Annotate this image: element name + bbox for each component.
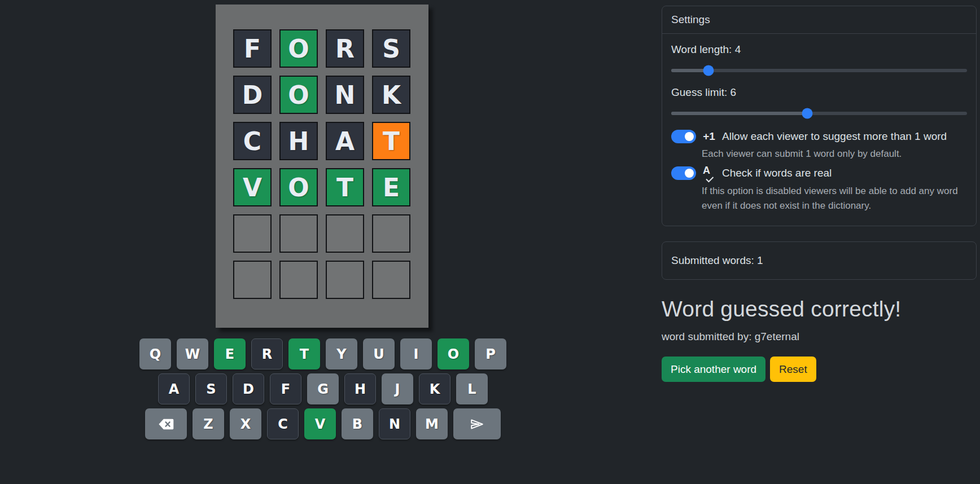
guess-limit-slider-thumb[interactable]: [802, 108, 813, 118]
tile: [233, 261, 272, 299]
tile-letter: K: [382, 81, 401, 109]
key-v[interactable]: V: [304, 408, 336, 439]
tile: O: [279, 29, 318, 68]
spellcheck-icon: A: [702, 166, 716, 181]
real-words-toggle-subtext: If this option is disabled viewers will …: [702, 184, 967, 213]
key-z[interactable]: Z: [193, 408, 224, 439]
tile: [372, 261, 410, 299]
key-c[interactable]: C: [267, 408, 299, 439]
side-panel: Settings Word length: 4 Guess limit: 6 +…: [662, 6, 977, 382]
real-words-toggle[interactable]: [671, 166, 696, 180]
keyboard-row-1: Q W E R T Y U I O P: [139, 338, 506, 369]
key-backspace[interactable]: [145, 408, 187, 439]
key-r[interactable]: R: [251, 338, 283, 369]
board-grid: F O R S D O N K C H A T V O T E: [233, 29, 411, 299]
key-y[interactable]: Y: [326, 338, 357, 369]
multi-word-toggle-subtext: Each viewer can submit 1 word only by de…: [702, 147, 967, 161]
tile: [233, 214, 272, 253]
tile: T: [372, 122, 410, 160]
slider-fill: [671, 112, 807, 115]
keyboard-row-3: Z X C V B N M: [145, 408, 501, 439]
tile-letter: E: [383, 173, 400, 202]
tile-letter: T: [336, 173, 353, 202]
tile-letter: D: [242, 81, 263, 109]
tile-letter: O: [288, 34, 309, 63]
key-h[interactable]: H: [344, 373, 376, 404]
key-a[interactable]: A: [158, 373, 190, 404]
tile: F: [233, 29, 272, 68]
tile-letter: F: [244, 34, 261, 63]
multi-word-toggle[interactable]: [671, 130, 696, 143]
slider-track: [671, 112, 967, 115]
tile: R: [326, 29, 364, 68]
multi-word-toggle-row: +1 Allow each viewer to suggest more tha…: [671, 130, 967, 143]
send-icon: [469, 417, 485, 432]
tile-letter: N: [335, 81, 356, 109]
key-q[interactable]: Q: [139, 338, 171, 369]
word-length-label: Word length: 4: [671, 43, 967, 56]
tile-letter: R: [335, 34, 355, 63]
key-o[interactable]: O: [438, 338, 469, 369]
key-u[interactable]: U: [363, 338, 395, 369]
settings-title: Settings: [662, 6, 976, 34]
tile-letter: A: [335, 127, 355, 156]
toggle-knob: [685, 132, 694, 141]
tile-letter: H: [288, 127, 309, 156]
key-f[interactable]: F: [270, 373, 301, 404]
toggle-knob: [685, 169, 694, 178]
key-m[interactable]: M: [416, 408, 448, 439]
submitted-by-text: word submitted by: g7eternal: [662, 331, 977, 343]
submitted-words-label: Submitted words: 1: [671, 254, 763, 266]
tile: S: [372, 29, 410, 68]
key-j[interactable]: J: [382, 373, 413, 404]
key-b[interactable]: B: [342, 408, 373, 439]
key-x[interactable]: X: [230, 408, 261, 439]
key-p[interactable]: P: [475, 338, 506, 369]
key-l[interactable]: L: [456, 373, 488, 404]
game-board: F O R S D O N K C H A T V O T E: [216, 5, 428, 328]
real-words-toggle-row: A Check if words are real: [671, 166, 967, 181]
tile: H: [279, 122, 318, 160]
tile: O: [279, 76, 318, 114]
result-heading: Word guessed correctly!: [662, 297, 977, 322]
word-length-slider-thumb[interactable]: [703, 65, 714, 76]
keyboard-row-2: A S D F G H J K L: [158, 373, 488, 404]
reset-button[interactable]: Reset: [770, 357, 816, 382]
guess-limit-slider[interactable]: [671, 108, 967, 118]
tile: A: [326, 122, 364, 160]
plus-one-icon: +1: [702, 130, 716, 143]
key-e[interactable]: E: [214, 338, 246, 369]
slider-track: [671, 69, 967, 72]
tile-letter: T: [383, 127, 400, 156]
settings-body: Word length: 4 Guess limit: 6 +1 Allow e…: [662, 34, 976, 226]
tile-letter: O: [288, 81, 309, 109]
key-t[interactable]: T: [288, 338, 320, 369]
guess-limit-label: Guess limit: 6: [671, 86, 967, 99]
multi-word-toggle-label: Allow each viewer to suggest more than 1…: [722, 130, 947, 143]
tile: C: [233, 122, 272, 160]
tile: D: [233, 76, 272, 114]
tile: [326, 214, 364, 253]
settings-card: Settings Word length: 4 Guess limit: 6 +…: [662, 6, 977, 226]
tile: K: [372, 76, 410, 114]
tile-letter: V: [243, 173, 262, 202]
key-n[interactable]: N: [379, 408, 410, 439]
tile: V: [233, 168, 272, 206]
key-w[interactable]: W: [177, 338, 208, 369]
word-length-slider[interactable]: [671, 65, 967, 76]
tile: [279, 214, 318, 253]
result-actions: Pick another word Reset: [662, 357, 977, 382]
key-k[interactable]: K: [419, 373, 450, 404]
key-enter[interactable]: [453, 408, 501, 439]
tile: N: [326, 76, 364, 114]
tile-letter: O: [288, 173, 309, 202]
submitted-words-card: Submitted words: 1: [662, 241, 977, 280]
key-g[interactable]: G: [307, 373, 339, 404]
key-s[interactable]: S: [195, 373, 227, 404]
key-i[interactable]: I: [400, 338, 432, 369]
tile: [372, 214, 410, 253]
backspace-icon: [158, 418, 174, 430]
tile-letter: S: [382, 34, 400, 63]
pick-another-word-button[interactable]: Pick another word: [662, 357, 765, 382]
key-d[interactable]: D: [233, 373, 264, 404]
